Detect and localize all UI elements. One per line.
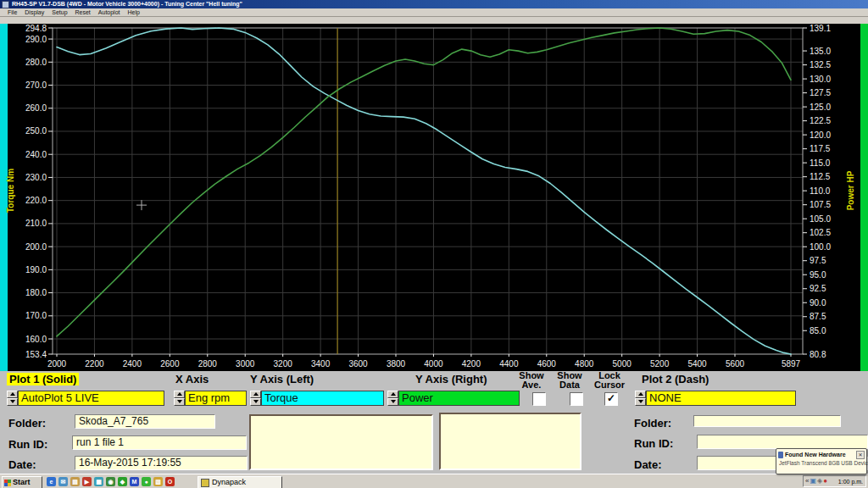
- left-axis-tick-label: 170.0: [25, 311, 47, 320]
- desktop-icon[interactable]: ▦: [94, 477, 103, 486]
- cd-player-icon[interactable]: ◉: [106, 477, 115, 486]
- spinner-up-icon[interactable]: [635, 391, 646, 398]
- menu-file[interactable]: File: [8, 8, 17, 16]
- x-axis-tick-label: 3400: [311, 359, 331, 369]
- notification-body: JetFlash Transcend 8GB USB Device: [776, 459, 866, 466]
- runid-field-left[interactable]: run 1 file 1: [72, 435, 247, 450]
- spinner-down-icon[interactable]: [7, 398, 18, 406]
- spinner-down-icon[interactable]: [635, 398, 646, 406]
- start-button[interactable]: Start: [2, 476, 42, 488]
- folder-icon[interactable]: ▤: [70, 477, 80, 486]
- x-axis-tick-label: 2600: [160, 359, 180, 369]
- show-ave-header: Show Ave.: [512, 371, 551, 390]
- plot2-spinner[interactable]: [635, 391, 646, 406]
- outlook-icon[interactable]: ✉: [58, 477, 68, 486]
- notification-popup: Found New Hardware ✕ JetFlash Transcend …: [776, 448, 867, 474]
- right-axis-tick-label: 125.0: [810, 103, 831, 112]
- right-axis-tick-label: 117.5: [810, 144, 831, 153]
- ie-icon[interactable]: e: [47, 477, 56, 486]
- x-axis-tick-label: 3600: [348, 359, 368, 369]
- dynapack-task-button[interactable]: Dynapack: [198, 476, 282, 488]
- folder-label-left: Folder:: [8, 417, 46, 430]
- chart-background: [0, 24, 868, 371]
- date-label-left: Date:: [8, 458, 36, 471]
- x-axis-tick-label: 5600: [726, 359, 745, 369]
- app-window: RH45-SP V1.7-DSB (4WD - Motor Vehicle 30…: [0, 0, 868, 488]
- spinner-down-icon[interactable]: [174, 398, 185, 406]
- x-axis-tick-label: 5400: [687, 359, 707, 369]
- lock-cursor-checkbox[interactable]: ✓: [604, 392, 618, 406]
- show-data-checkbox[interactable]: [570, 392, 583, 406]
- runid-field-right[interactable]: [697, 435, 868, 449]
- folder-field-left[interactable]: Skoda_A7_765: [75, 414, 215, 429]
- window-title: RH45-SP V1.7-DSB (4WD - Motor Vehicle 30…: [12, 0, 242, 8]
- yaxis-right-spinner[interactable]: [387, 391, 398, 406]
- plot1-header: Plot 1 (Solid): [7, 373, 79, 385]
- right-axis-tick-label: 110.0: [810, 186, 831, 196]
- messenger-icon[interactable]: ◆: [118, 477, 127, 486]
- yaxis-right-value[interactable]: Power: [398, 391, 520, 406]
- dynapack-icon: [201, 479, 209, 487]
- notification-close-button[interactable]: ✕: [856, 451, 865, 459]
- usb-icon: [778, 452, 783, 458]
- menu-reset[interactable]: Reset: [75, 8, 91, 16]
- left-axis-tick-label: 153.4: [25, 350, 47, 359]
- right-axis-tick-label: 105.0: [810, 214, 831, 224]
- x-axis-tick-label: 4600: [537, 359, 557, 369]
- x-axis-tick-label: 4800: [575, 359, 594, 369]
- menu-display[interactable]: Display: [25, 8, 44, 16]
- menu-help[interactable]: Help: [128, 8, 140, 16]
- spinner-down-icon[interactable]: [387, 398, 398, 406]
- runid-label-right: Run ID:: [634, 437, 673, 450]
- plot1-value[interactable]: AutoPlot 5 LIVE: [18, 391, 164, 406]
- comment-box-right[interactable]: [439, 413, 581, 470]
- date-field-left[interactable]: 16-May-2015 17:19:55: [75, 456, 248, 470]
- right-axis-tick-label: 97.5: [810, 256, 826, 265]
- dyno-chart[interactable]: 294.8290.0280.0270.0260.0250.0240.0230.0…: [0, 24, 868, 371]
- spinner-up-icon[interactable]: [387, 391, 398, 398]
- right-axis-tick-label: 85.0: [810, 326, 826, 336]
- right-axis-tick-label: 100.0: [810, 242, 831, 252]
- right-axis-tick-label: 139.1: [810, 24, 831, 33]
- show-ave-checkbox[interactable]: [532, 392, 546, 406]
- x-axis-tick-label: 2800: [198, 359, 218, 369]
- xaxis-value[interactable]: Eng rpm: [185, 391, 247, 406]
- left-axis-tick-label: 280.0: [25, 58, 47, 67]
- plot1-dropdown[interactable]: AutoPlot 5 LIVE: [7, 391, 164, 406]
- menu-setup[interactable]: Setup: [52, 8, 67, 16]
- yaxis-right-dropdown[interactable]: Power: [387, 391, 520, 406]
- system-tray: «▣◈●1:00 p.m.: [803, 475, 866, 487]
- spinner-up-icon[interactable]: [250, 391, 261, 398]
- xaxis-dropdown[interactable]: Eng rpm: [174, 391, 247, 406]
- opera-icon[interactable]: O: [165, 477, 175, 486]
- yaxis-left-dropdown[interactable]: Torque: [250, 391, 384, 406]
- tray-alert-icon[interactable]: ●: [823, 476, 827, 486]
- mail-icon[interactable]: M: [130, 477, 139, 486]
- yaxis-left-value[interactable]: Torque: [261, 391, 384, 406]
- folder-field-right[interactable]: [693, 415, 841, 427]
- yaxis-left-spinner[interactable]: [250, 391, 261, 406]
- xaxis-spinner[interactable]: [174, 391, 185, 406]
- spinner-up-icon[interactable]: [174, 391, 185, 398]
- tray-volume-icon[interactable]: ◈: [817, 476, 822, 486]
- media-player-icon[interactable]: ▶: [82, 477, 92, 486]
- right-axis-tick-label: 112.5: [810, 172, 831, 181]
- plot2-header: Plot 2 (Dash): [642, 373, 709, 385]
- menu-autoplot[interactable]: Autoplot: [98, 8, 120, 16]
- tray-chevron-icon[interactable]: «: [805, 476, 809, 486]
- right-axis-tick-label: 122.5: [810, 116, 831, 125]
- quick-launch: e✉▤▶▦◉◆M●▧O: [47, 476, 177, 487]
- comment-box-left[interactable]: [249, 414, 433, 470]
- plot2-dropdown[interactable]: NONE: [635, 391, 796, 406]
- x-axis-tick-label: 5200: [650, 359, 670, 369]
- x-axis-tick-label: 5897: [782, 359, 801, 369]
- notes-icon[interactable]: ▧: [153, 477, 163, 486]
- spinner-down-icon[interactable]: [250, 398, 261, 406]
- tray-display-icon[interactable]: ▣: [810, 476, 816, 486]
- yaxis-right-header: Y Axis (Right): [415, 373, 487, 385]
- plot1-spinner[interactable]: [7, 391, 18, 406]
- spinner-up-icon[interactable]: [7, 391, 18, 398]
- plot2-value[interactable]: NONE: [646, 391, 796, 406]
- globe-icon[interactable]: ●: [142, 477, 151, 486]
- dynapack-label: Dynapack: [212, 477, 246, 488]
